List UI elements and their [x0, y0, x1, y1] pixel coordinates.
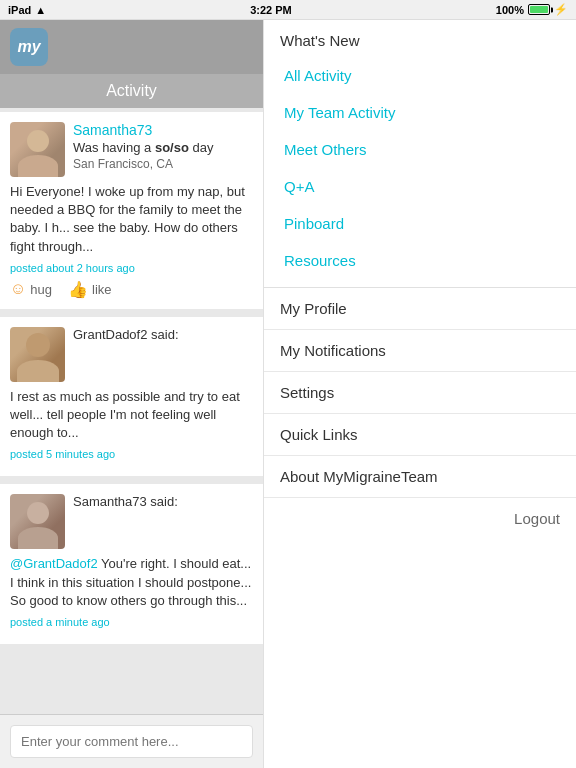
activity-header: Activity [0, 74, 263, 108]
carrier-label: iPad [8, 4, 31, 16]
battery-percent-label: 100% [496, 4, 524, 16]
post-timestamp-3: posted a minute ago [10, 616, 253, 628]
battery-icon [528, 4, 550, 15]
nav-item-all-activity[interactable]: All Activity [264, 57, 576, 94]
commenter-name-3[interactable]: Samantha73 [73, 494, 147, 509]
hug-icon: ☺ [10, 280, 26, 298]
post-card-1: Samantha73 Was having a so/so day San Fr… [0, 112, 263, 309]
post-username-1[interactable]: Samantha73 [73, 122, 253, 138]
post-card-2: GrantDadof2 said: I rest as much as poss… [0, 317, 263, 477]
nav-item-resources[interactable]: Resources [264, 242, 576, 279]
hug-label: hug [30, 282, 52, 297]
nav-item-qa[interactable]: Q+A [264, 168, 576, 205]
status-left: iPad ▲ [8, 4, 46, 16]
nav-item-settings[interactable]: Settings [264, 372, 576, 414]
wifi-icon: ▲ [35, 4, 46, 16]
nav-item-team-activity[interactable]: My Team Activity [264, 94, 576, 131]
time-label: 3:22 PM [250, 4, 292, 16]
status-bar: iPad ▲ 3:22 PM 100% ⚡ [0, 0, 576, 20]
post-body-3: @GrantDadof2 You're right. I should eat.… [10, 555, 253, 610]
comment-input[interactable] [10, 725, 253, 758]
said-label-2: said: [151, 327, 178, 342]
bolt-icon: ⚡ [554, 3, 568, 16]
nav-item-notifications[interactable]: My Notifications [264, 330, 576, 372]
commenter-line-2: GrantDadof2 said: [73, 327, 253, 342]
avatar-grant [10, 327, 65, 382]
said-label-3: said: [150, 494, 177, 509]
app-logo: my [10, 28, 48, 66]
status-center: 3:22 PM [250, 4, 292, 16]
nav-item-my-profile[interactable]: My Profile [264, 288, 576, 330]
logout-item[interactable]: Logout [264, 498, 576, 539]
avatar-samantha1 [10, 122, 65, 177]
avatar-samantha2 [10, 494, 65, 549]
nav-item-meet-others[interactable]: Meet Others [264, 131, 576, 168]
left-panel: my Activity Samantha73 Was having a so/s… [0, 20, 263, 768]
comment-input-bar [0, 714, 263, 768]
commenter-line-3: Samantha73 said: [73, 494, 253, 509]
post-location-1: San Francisco, CA [73, 157, 253, 171]
mention-link[interactable]: @GrantDadof2 [10, 556, 98, 571]
post-card-3: Samantha73 said: @GrantDadof2 You're rig… [0, 484, 263, 644]
status-right: 100% ⚡ [496, 3, 568, 16]
hug-button[interactable]: ☺ hug [10, 280, 52, 298]
post-timestamp-2: posted 5 minutes ago [10, 448, 253, 460]
nav-item-quick-links[interactable]: Quick Links [264, 414, 576, 456]
post-status-1: Was having a so/so day [73, 140, 253, 155]
right-panel: What's New All Activity My Team Activity… [263, 20, 576, 768]
post-body-2: I rest as much as possible and try to ea… [10, 388, 253, 443]
nav-item-pinboard[interactable]: Pinboard [264, 205, 576, 242]
like-icon: 👍 [68, 280, 88, 299]
nav-item-about[interactable]: About MyMigraineTeam [264, 456, 576, 498]
commenter-name-2[interactable]: GrantDadof2 [73, 327, 147, 342]
like-label: like [92, 282, 112, 297]
post-timestamp-1: posted about 2 hours ago [10, 262, 253, 274]
what-new-header: What's New [264, 20, 576, 57]
activity-title: Activity [106, 82, 157, 100]
like-button[interactable]: 👍 like [68, 280, 112, 299]
post-body-1: Hi Everyone! I woke up from my nap, but … [10, 183, 253, 256]
app-header: my [0, 20, 263, 74]
